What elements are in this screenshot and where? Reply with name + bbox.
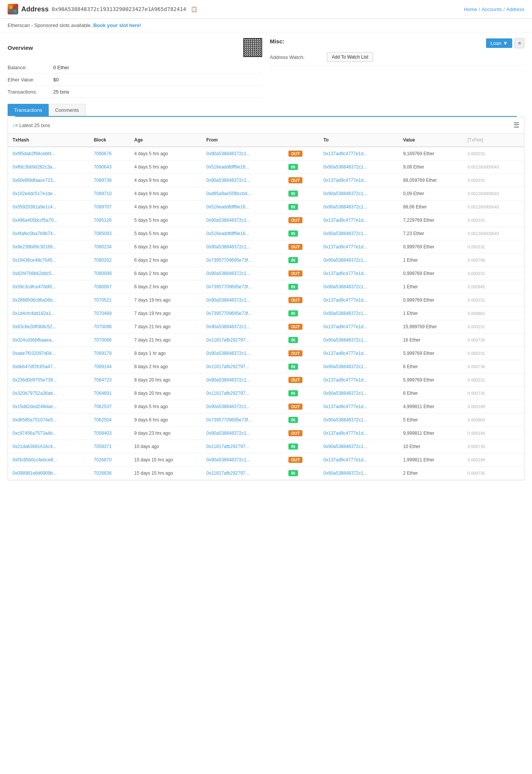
from-link[interactable]: 0x11817afb292797...	[206, 364, 249, 369]
to-link[interactable]: 0x137ad9c4777e1d...	[323, 457, 367, 462]
grid-view-button[interactable]: ≡	[515, 38, 524, 48]
from-link[interactable]: 0x11817afb292797...	[206, 470, 249, 476]
from-link[interactable]: 0x73957709695e73f...	[206, 417, 252, 423]
block-link[interactable]: 7080202	[94, 257, 112, 263]
block-link[interactable]: 7089738	[94, 178, 112, 183]
block-link[interactable]: 7064723	[94, 377, 112, 383]
txhash-link[interactable]: 0xd6585a751074e5...	[13, 417, 57, 423]
block-link[interactable]: 7026870	[94, 457, 112, 462]
block-link[interactable]: 7069144	[94, 364, 112, 369]
nav-home-link[interactable]: Home	[464, 6, 477, 12]
tab-transactions[interactable]: Transactions	[8, 104, 49, 116]
from-link[interactable]: 0x90a538848372c1...	[206, 351, 250, 356]
loan-button[interactable]: Loan ▼	[486, 38, 513, 48]
to-link[interactable]: 0x137ad9c4777e1d...	[323, 377, 367, 383]
block-link[interactable]: 7080234	[94, 244, 112, 250]
txhash-link[interactable]: 0x320b79752a36ab...	[13, 391, 57, 396]
table-menu-icon[interactable]: ☰	[513, 121, 519, 129]
to-link[interactable]: 0x90a538848372c1...	[323, 164, 367, 170]
to-link[interactable]: 0x137ad9c4777e1d...	[323, 324, 367, 329]
block-link[interactable]: 7062537	[94, 404, 112, 409]
txhash-link[interactable]: 0x82f4706b62ddc5...	[13, 271, 55, 276]
block-link[interactable]: 7070521	[94, 297, 112, 303]
to-link[interactable]: 0x137ad9c4777e1d...	[323, 404, 367, 409]
txhash-link[interactable]: 0x4fafec0ba7b9b74...	[13, 231, 56, 236]
from-link[interactable]: 0x516eaddfdff9e16...	[206, 231, 249, 236]
to-link[interactable]: 0x137ad9c4777e1d...	[323, 178, 367, 183]
block-link[interactable]: 7070489	[94, 311, 112, 316]
block-link[interactable]: 7026836	[94, 470, 112, 476]
from-link[interactable]: 0x73957709695e73f...	[206, 284, 252, 289]
block-link[interactable]: 7080099	[94, 271, 112, 276]
txhash-link[interactable]: 0xffdc3bb9d282c3a...	[13, 164, 56, 170]
block-link[interactable]: 7062504	[94, 417, 112, 423]
txhash-link[interactable]: 0xade7f032097d04...	[13, 351, 55, 356]
txhash-link[interactable]: 0x19436ce48c7045...	[13, 257, 56, 263]
txhash-link[interactable]: 0x9e239b89c30168...	[13, 244, 56, 250]
block-link[interactable]: 7090676	[94, 151, 112, 156]
from-link[interactable]: 0x90a538848372c1...	[206, 457, 250, 462]
from-link[interactable]: 0x11817afb292797...	[206, 391, 249, 396]
block-link[interactable]: 7090643	[94, 164, 112, 170]
to-link[interactable]: 0x137ad9c4777e1d...	[323, 297, 367, 303]
txhash-link[interactable]: 0x21da63681616c4...	[13, 444, 56, 449]
txhash-link[interactable]: 0x59c3cdfce47bbf0...	[13, 284, 56, 289]
from-link[interactable]: 0x73957709695e73f...	[206, 311, 252, 316]
from-link[interactable]: 0x90a538848372c1...	[206, 297, 250, 303]
txhash-link[interactable]: 0x496a405bccf5a70...	[13, 218, 57, 223]
block-link[interactable]: 7070066	[94, 337, 112, 343]
from-link[interactable]: 0x11817afb292797...	[206, 444, 249, 449]
from-link[interactable]: 0x90a538848372c1...	[206, 151, 250, 156]
to-link[interactable]: 0x90a538848372c1...	[323, 470, 367, 476]
copy-icon[interactable]: 📋	[191, 6, 197, 12]
block-link[interactable]: 7058371	[94, 444, 112, 449]
to-link[interactable]: 0x90a538848372c1...	[323, 311, 367, 316]
to-link[interactable]: 0x90a538848372c1...	[323, 337, 367, 343]
from-link[interactable]: 0x516eaddfdff9e16...	[206, 164, 249, 170]
from-link[interactable]: 0x90a538848372c1...	[206, 271, 250, 276]
to-link[interactable]: 0x90a538848372c1...	[323, 391, 367, 396]
from-link[interactable]: 0x90a538848372c1...	[206, 431, 250, 436]
from-link[interactable]: 0x90a538848372c1...	[206, 377, 250, 383]
block-link[interactable]: 7069179	[94, 351, 112, 356]
block-link[interactable]: 7064691	[94, 391, 112, 396]
block-link[interactable]: 7085126	[94, 218, 112, 223]
txhash-link[interactable]: 0xc97456a7573a4b...	[13, 431, 56, 436]
from-link[interactable]: 0x11817afb292797...	[206, 337, 249, 343]
block-link[interactable]: 7085093	[94, 231, 112, 236]
to-link[interactable]: 0x90a538848372c1...	[323, 284, 367, 289]
txhash-link[interactable]: 0x024cd36bfbaaea...	[13, 337, 55, 343]
to-link[interactable]: 0x137ad9c4777e1d...	[323, 151, 367, 156]
to-link[interactable]: 0x90a538848372c1...	[323, 257, 367, 263]
block-link[interactable]: 7058403	[94, 431, 112, 436]
txhash-link[interactable]: 0x2888506c86a56b...	[13, 297, 56, 303]
to-link[interactable]: 0x90a538848372c1...	[323, 191, 367, 196]
to-link[interactable]: 0x137ad9c4777e1d...	[323, 271, 367, 276]
to-link[interactable]: 0x90a538848372c1...	[323, 364, 367, 369]
to-link[interactable]: 0x90a538848372c1...	[323, 444, 367, 449]
sponsored-link[interactable]: Book your slot here!	[93, 22, 141, 28]
txhash-link[interactable]: 0x63c8e2bff3b8c52...	[13, 324, 56, 329]
to-link[interactable]: 0x90a538848372c1...	[323, 204, 367, 210]
txhash-link[interactable]: 0x60ef89dfaace723...	[13, 178, 56, 183]
txhash-link[interactable]: 0x15d82ded248dae...	[13, 404, 57, 409]
txhash-link[interactable]: 0x55920381a9e1c4...	[13, 204, 56, 210]
txhash-link[interactable]: 0xbbb47df2fc65a47...	[13, 364, 56, 369]
txhash-link[interactable]: 0x098981e6d6909b...	[13, 470, 57, 476]
from-link[interactable]: 0x73957709695e73f...	[206, 257, 252, 263]
block-link[interactable]: 7080067	[94, 284, 112, 289]
nav-accounts-link[interactable]: Accounts	[481, 6, 502, 12]
block-link[interactable]: 7070098	[94, 324, 112, 329]
to-link[interactable]: 0x90a538848372c1...	[323, 417, 367, 423]
from-link[interactable]: 0xd85a9ae55f8ccb4...	[206, 191, 251, 196]
from-link[interactable]: 0x90a538848372c1...	[206, 244, 250, 250]
txhash-link[interactable]: 0xf95dab2f94cebfd...	[13, 151, 55, 156]
to-link[interactable]: 0x137ad9c4777e1d...	[323, 218, 367, 223]
to-link[interactable]: 0x90a538848372c1...	[323, 231, 367, 236]
from-link[interactable]: 0x90a538848372c1...	[206, 404, 250, 409]
tab-comments[interactable]: Comments	[49, 104, 86, 116]
add-to-watch-list-button[interactable]: Add To Watch List	[327, 52, 373, 62]
block-link[interactable]: 7089707	[94, 204, 112, 210]
txhash-link[interactable]: 0x236d0d9755e739...	[13, 377, 57, 383]
from-link[interactable]: 0x90a538848372c1...	[206, 218, 250, 223]
